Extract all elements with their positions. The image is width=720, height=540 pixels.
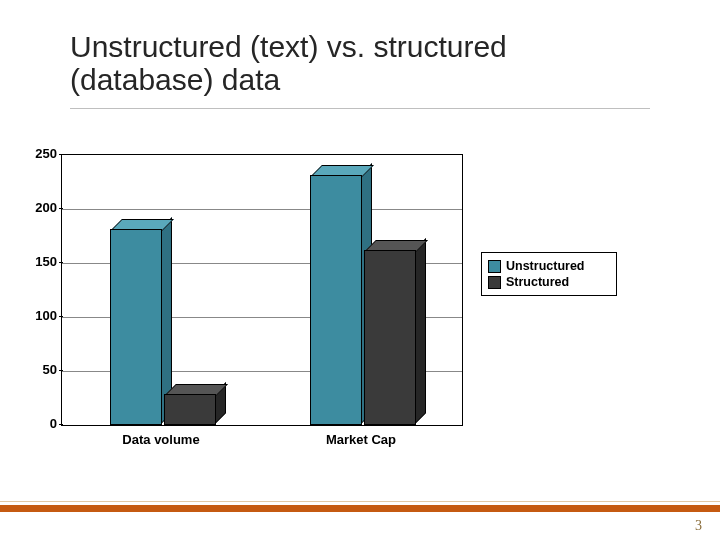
page-number: 3 [695,518,702,534]
bar-group [62,155,262,425]
y-tick-label: 0 [7,416,57,431]
footer-accent-bar [0,505,720,512]
x-tick-label: Data volume [61,432,261,447]
x-tick-label: Market Cap [261,432,461,447]
bar-structured [364,242,424,425]
y-tick-label: 150 [7,254,57,269]
footer-line [0,501,720,502]
slide: Unstructured (text) vs. structured (data… [0,0,720,540]
y-tick-label: 200 [7,200,57,215]
legend: Unstructured Structured [481,252,617,296]
legend-swatch-unstructured [488,260,501,273]
legend-label-structured: Structured [506,275,569,289]
bar-unstructured [110,221,170,425]
legend-item-unstructured: Unstructured [488,259,610,273]
title-underline [70,108,650,109]
y-tick-label: 250 [7,146,57,161]
bar-unstructured [310,167,370,425]
y-tick-label: 100 [7,308,57,323]
legend-item-structured: Structured [488,275,610,289]
bar-chart: 050100150200250 Data volumeMarket Cap Un… [3,150,623,490]
bar-structured [164,386,224,425]
y-tick-label: 50 [7,362,57,377]
legend-swatch-structured [488,276,501,289]
plot-area [61,154,463,426]
slide-title: Unstructured (text) vs. structured (data… [70,30,650,96]
legend-label-unstructured: Unstructured [506,259,584,273]
bar-group [262,155,462,425]
